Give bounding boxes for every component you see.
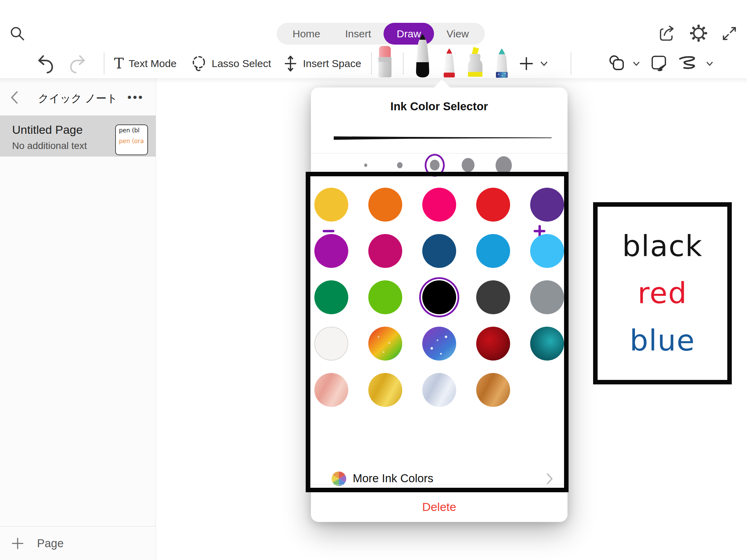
more-ink-colors-button[interactable]: More Ink Colors [311,466,568,491]
pen-black-tool[interactable] [412,33,434,78]
thickness-dot-2[interactable] [397,162,403,168]
plus-icon [519,56,534,71]
thumbnail-text: pen (bl [119,128,147,133]
sidebar-header: クイック ノート ••• [0,88,156,109]
thickness-dot-4[interactable] [462,158,474,172]
ink-color-navy-blue[interactable] [422,234,456,268]
delete-button[interactable]: Delete [311,499,568,515]
chevron-down-icon [631,59,641,68]
pencil-galaxy-tool[interactable] [492,48,511,78]
ink-color-dark-gray[interactable] [476,280,510,314]
ink-color-gray[interactable] [530,280,564,314]
share-icon[interactable] [658,24,676,42]
add-page-button[interactable]: Page [0,527,156,560]
page-subtitle: No additional text [12,140,87,151]
thickness-dot-5[interactable] [496,156,512,175]
shapes-icon [608,55,627,73]
ink-color-magenta[interactable] [314,234,348,268]
text-mode-label: Text Mode [129,58,176,69]
search-icon[interactable] [9,25,26,42]
thickness-dot-1[interactable] [364,164,367,167]
handwriting-blue: blue [630,318,695,363]
popup-title: Ink Color Selector [311,100,568,113]
fullscreen-icon[interactable] [721,25,738,42]
ribbon-tabs: HomeInsertDrawView [277,23,485,45]
ink-color-red[interactable] [476,188,510,222]
ink-color-sky-blue[interactable] [530,234,564,268]
chevron-right-icon [546,473,554,485]
tab-view[interactable]: View [434,23,481,45]
ink-color-galaxy[interactable] [422,327,456,361]
ink-color-green[interactable] [314,280,348,314]
lasso-select-label: Lasso Select [212,58,271,69]
eraser-tool[interactable] [377,46,393,78]
chevron-down-icon [539,58,549,69]
popup-divider [311,485,568,485]
ink-color-ruby[interactable] [476,327,510,361]
thickness-selector [311,153,568,177]
ink-color-silver[interactable] [422,373,456,407]
handwriting-red: red [638,271,688,316]
back-chevron-icon[interactable] [10,91,19,104]
toolbar-divider [104,53,104,75]
undo-icon[interactable] [37,55,55,74]
ink-color-gold[interactable] [368,373,402,407]
thickness-dot-3[interactable] [430,160,440,170]
sidebar-divider [0,526,156,526]
handwritten-note-box: blackredblue [593,202,732,384]
top-bar: HomeInsertDrawView [0,0,747,78]
onenote-app: HomeInsertDrawView [0,0,747,560]
toolbar-divider [403,53,404,75]
chevron-down-icon [705,59,714,68]
ink-color-yellow[interactable] [314,188,348,222]
thumbnail-text: pen (ora [119,138,147,144]
pen-red-tool[interactable] [440,48,459,78]
ink-color-selector-popup: Ink Color Selector [311,87,568,522]
lasso-icon [191,55,207,72]
handwriting-black: black [622,224,703,269]
add-page-label: Page [37,537,64,550]
ink-color-blue[interactable] [476,234,510,268]
ink-color-white[interactable] [314,327,348,361]
ink-to-shape-button[interactable] [679,53,714,75]
plus-icon [11,537,24,550]
page-thumbnail: pen (blpen (ora [115,124,148,155]
insert-space-icon [283,55,298,72]
add-pen-button[interactable] [519,53,549,75]
ink-color-lime-green[interactable] [368,280,402,314]
lasso-select-button[interactable]: Lasso Select [191,53,271,75]
redo-icon[interactable] [68,55,86,74]
ink-color-ocean[interactable] [530,327,564,361]
text-mode-button[interactable]: T Text Mode [114,53,176,75]
page-list-item[interactable]: Untitled Page No additional text pen (bl… [0,115,156,157]
ink-color-black[interactable] [422,280,456,314]
toolbar-divider [571,53,571,75]
decrease-thickness-button[interactable] [323,230,334,232]
insert-space-button[interactable]: Insert Space [283,53,361,75]
more-ink-colors-label: More Ink Colors [353,472,433,485]
sidebar: クイック ノート ••• Untitled Page No additional… [0,78,156,560]
ink-color-copper[interactable] [476,373,510,407]
text-mode-icon: T [114,56,124,71]
toolbar-divider [371,53,372,75]
settings-gear-icon[interactable] [689,24,708,43]
page-title: Untitled Page [12,123,83,137]
highlighter-yellow-tool[interactable] [465,46,486,78]
more-options-icon[interactable]: ••• [127,91,144,104]
popup-caret [434,79,450,88]
sticker-pen-icon[interactable] [651,55,670,73]
ink-color-dark-purple[interactable] [530,188,564,222]
scribble-icon [679,55,700,72]
tab-home[interactable]: Home [280,23,333,45]
insert-space-label: Insert Space [303,58,361,69]
stroke-preview [334,135,552,141]
ink-color-rose-gold[interactable] [314,373,348,407]
shapes-button[interactable] [608,53,641,75]
notebook-title: クイック ノート [38,91,118,106]
ink-color-raspberry[interactable] [368,234,402,268]
ink-color-orange[interactable] [368,188,402,222]
tab-insert[interactable]: Insert [333,23,384,45]
ink-color-rainbow-glitter[interactable] [368,327,402,361]
ink-color-pink[interactable] [422,188,456,222]
